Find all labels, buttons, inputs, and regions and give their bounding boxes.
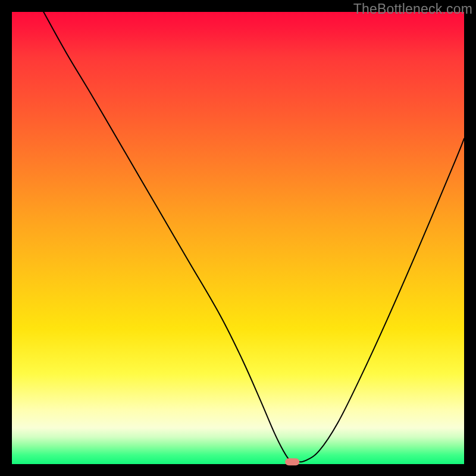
minimum-marker bbox=[285, 458, 299, 465]
bottleneck-curve bbox=[43, 12, 464, 462]
watermark-text: TheBottleneck.com bbox=[353, 1, 472, 17]
chart-container: TheBottleneck.com bbox=[0, 0, 476, 476]
chart-overlay bbox=[12, 12, 464, 464]
